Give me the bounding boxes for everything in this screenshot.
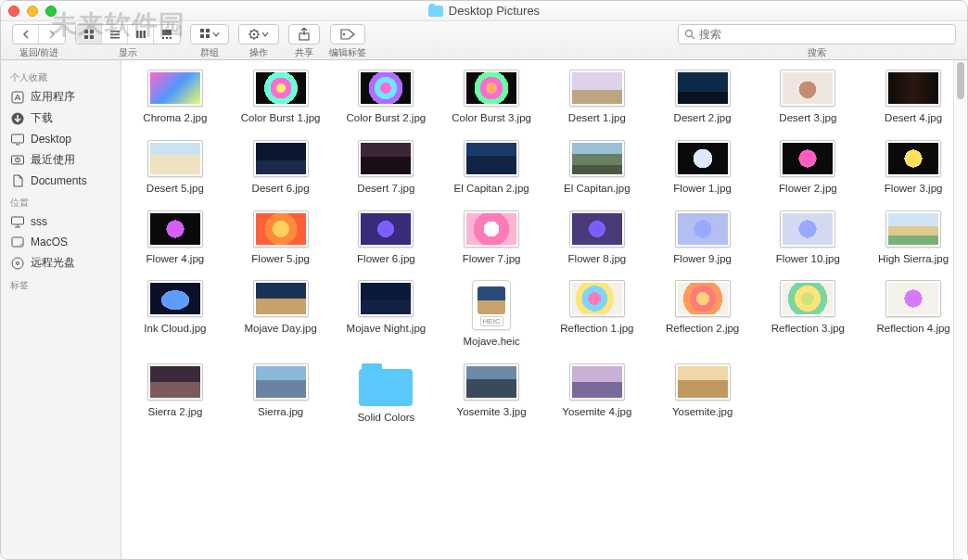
image-thumbnail	[885, 280, 941, 317]
file-item[interactable]: Yosemite 3.jpg	[441, 363, 541, 425]
file-item[interactable]: El Capitan 2.jpg	[441, 140, 541, 196]
docs-icon	[10, 173, 25, 188]
main-content[interactable]: Chroma 2.jpgColor Burst 1.jpgColor Burst…	[121, 60, 967, 559]
sidebar-item[interactable]: Desktop	[1, 129, 121, 149]
zoom-button[interactable]	[45, 6, 57, 17]
back-button[interactable]	[13, 25, 39, 44]
image-thumbnail	[780, 70, 835, 107]
file-item[interactable]: Color Burst 3.jpg	[441, 70, 541, 125]
file-item[interactable]: Color Burst 1.jpg	[231, 70, 331, 125]
file-item[interactable]: Mojave Night.jpg	[337, 280, 437, 349]
search-field[interactable]	[678, 24, 956, 45]
file-item[interactable]: Desert 1.jpg	[547, 70, 647, 125]
image-thumbnail	[358, 210, 414, 248]
close-button[interactable]	[8, 6, 19, 17]
image-thumbnail	[358, 70, 414, 107]
file-item[interactable]: Desert 4.jpg	[863, 70, 963, 125]
search-input[interactable]	[699, 28, 949, 41]
file-name: Mojave.heic	[463, 336, 519, 349]
view-list-button[interactable]	[102, 25, 128, 44]
sidebar-item[interactable]: sss	[1, 211, 121, 232]
edit-tags-button[interactable]	[330, 24, 365, 45]
view-gallery-button[interactable]	[154, 25, 180, 44]
app-icon	[10, 90, 25, 105]
file-item[interactable]: Reflection 3.jpg	[758, 280, 859, 349]
svg-rect-23	[12, 92, 23, 103]
image-thumbnail	[464, 363, 519, 401]
titlebar[interactable]: Desktop Pictures	[1, 1, 967, 21]
image-thumbnail	[147, 70, 203, 107]
sidebar-item[interactable]: 应用程序	[1, 86, 121, 108]
file-item[interactable]: Ink Cloud.jpg	[125, 280, 225, 349]
file-item[interactable]: HEICMojave.heic	[441, 280, 541, 349]
file-name: Desert 1.jpg	[568, 112, 626, 125]
file-item[interactable]: Desert 2.jpg	[653, 70, 753, 125]
image-thumbnail	[147, 210, 203, 248]
file-item[interactable]: Sierra.jpg	[231, 363, 331, 425]
file-item[interactable]: High Sierra.jpg	[863, 210, 963, 266]
scroll-thumb[interactable]	[957, 62, 964, 99]
file-item[interactable]: Flower 4.jpg	[125, 210, 225, 266]
sidebar-item-label: 最近使用	[31, 152, 75, 168]
file-item[interactable]: Desert 6.jpg	[231, 140, 331, 196]
file-item[interactable]: Flower 1.jpg	[653, 140, 753, 196]
file-item[interactable]: Chroma 2.jpg	[125, 70, 225, 125]
file-item[interactable]: Mojave Day.jpg	[231, 280, 331, 349]
file-item[interactable]: Reflection 2.jpg	[653, 280, 753, 349]
action-group: 操作	[238, 24, 279, 59]
image-thumbnail	[147, 280, 203, 317]
file-name: Ink Cloud.jpg	[144, 323, 206, 336]
view-icons-button[interactable]	[76, 25, 102, 44]
file-item[interactable]: Yosemite 4.jpg	[547, 363, 647, 425]
svg-rect-9	[143, 31, 146, 38]
forward-button[interactable]	[39, 25, 65, 44]
group-button[interactable]	[190, 24, 229, 45]
file-item[interactable]: Flower 5.jpg	[231, 210, 331, 266]
file-name: Reflection 3.jpg	[771, 323, 845, 336]
sidebar: 个人收藏应用程序下载Desktop最近使用Documents位置sssMacOS…	[1, 60, 121, 559]
folder-icon	[356, 363, 415, 406]
file-item[interactable]: Flower 2.jpg	[758, 140, 859, 196]
file-item[interactable]: Color Burst 2.jpg	[337, 70, 437, 125]
search-icon	[684, 29, 695, 40]
image-thumbnail	[675, 70, 731, 107]
svg-rect-3	[90, 35, 94, 39]
file-item[interactable]: Solid Colors	[337, 363, 437, 425]
sidebar-item-label: Documents	[31, 174, 87, 187]
action-button[interactable]	[238, 24, 279, 45]
file-item[interactable]: Flower 7.jpg	[441, 210, 541, 266]
file-item[interactable]: Reflection 4.jpg	[863, 280, 963, 349]
sidebar-item[interactable]: 远程光盘	[1, 252, 121, 274]
file-item[interactable]: Flower 9.jpg	[653, 210, 753, 266]
file-item[interactable]: Sierra 2.jpg	[125, 363, 225, 425]
sidebar-item[interactable]: 下载	[1, 108, 121, 129]
window-controls	[8, 6, 57, 17]
file-name: Color Burst 2.jpg	[347, 112, 427, 125]
file-name: Flower 3.jpg	[885, 183, 943, 196]
sidebar-item-label: Desktop	[31, 133, 71, 146]
sidebar-item[interactable]: MacOS	[1, 232, 121, 252]
view-label: 显示	[119, 46, 137, 59]
file-item[interactable]: El Capitan.jpg	[547, 140, 647, 196]
file-item[interactable]: Flower 8.jpg	[547, 210, 647, 266]
file-item[interactable]: Flower 6.jpg	[337, 210, 437, 266]
minimize-button[interactable]	[27, 6, 38, 17]
image-thumbnail	[253, 363, 309, 401]
image-thumbnail	[253, 140, 309, 177]
file-name: Reflection 2.jpg	[666, 323, 739, 336]
file-name: Flower 2.jpg	[779, 183, 837, 196]
desktop-icon	[10, 132, 25, 146]
sidebar-item[interactable]: Documents	[1, 171, 121, 191]
file-item[interactable]: Desert 3.jpg	[758, 70, 859, 125]
file-item[interactable]: Desert 5.jpg	[125, 140, 225, 196]
sidebar-item[interactable]: 最近使用	[1, 149, 121, 171]
scrollbar[interactable]	[953, 60, 967, 559]
view-columns-button[interactable]	[128, 25, 154, 44]
file-item[interactable]: Reflection 1.jpg	[547, 280, 647, 349]
file-item[interactable]: Flower 10.jpg	[758, 210, 859, 266]
file-item[interactable]: Flower 3.jpg	[863, 140, 963, 196]
share-button[interactable]	[288, 24, 320, 45]
file-item[interactable]: Yosemite.jpg	[653, 363, 753, 425]
file-item[interactable]: Desert 7.jpg	[337, 140, 437, 196]
nav-group: 返回/前进	[12, 24, 66, 59]
